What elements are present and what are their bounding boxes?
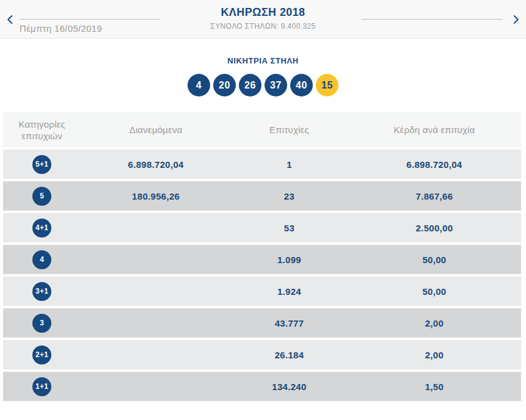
previous-draw-button[interactable] (3, 12, 18, 27)
category-badge: 1+1 (32, 377, 51, 396)
prize-categories-table: Κατηγορίες επιτυχιών Διανεμόμενα Επιτυχί… (3, 112, 521, 401)
category-badge: 4+1 (32, 219, 51, 237)
chevron-left-icon (5, 14, 16, 25)
category-badge: 2+1 (32, 346, 51, 364)
category-badge: 3 (32, 314, 51, 333)
next-draw-button[interactable] (508, 12, 523, 27)
prize-value: 50,00 (348, 255, 521, 265)
winning-column-label: ΝΙΚΗΤΡΙΑ ΣΤΗΛΗ (0, 56, 526, 65)
total-columns-label: ΣΥΝΟΛΟ ΣΤΗΛΩΝ: 9.400.325 (210, 22, 315, 31)
winners-value: 26.184 (231, 350, 348, 360)
winning-number-ball: 40 (290, 74, 313, 96)
left-divider-line (20, 19, 160, 20)
category-cell: 1+1 (3, 377, 81, 396)
lottery-draw-results-page: Πέμπτη 16/05/2019 ΚΛΗΡΩΣΗ 2018 ΣΥΝΟΛΟ ΣΤ… (0, 0, 526, 420)
winning-number-ball: 4 (188, 74, 210, 96)
table-row: 41.09950,00 (3, 245, 521, 274)
category-badge: 5 (32, 187, 51, 206)
category-cell: 4+1 (3, 219, 81, 237)
chevron-right-icon (510, 14, 521, 25)
previous-draw-info: Πέμπτη 16/05/2019 (20, 19, 160, 34)
winners-value: 23 (231, 191, 348, 201)
draw-navigation-bar: Πέμπτη 16/05/2019 ΚΛΗΡΩΣΗ 2018 ΣΥΝΟΛΟ ΣΤ… (0, 0, 526, 38)
table-row: 5+16.898.720,0416.898.720,04 (3, 150, 521, 179)
category-badge: 5+1 (32, 155, 51, 174)
prize-value: 2,00 (348, 350, 521, 360)
category-badge: 4 (32, 250, 51, 269)
column-header-categories: Κατηγορίες επιτυχιών (3, 118, 81, 142)
column-header-winners: Επιτυχίες (231, 124, 348, 136)
winners-value: 134.240 (231, 382, 348, 392)
table-row: 3+11.92450,00 (3, 277, 521, 306)
winning-number-ball: 20 (213, 74, 236, 96)
prize-value: 1,50 (348, 382, 521, 392)
category-cell: 3 (3, 314, 81, 333)
winners-value: 43.777 (231, 318, 348, 328)
next-draw-info (362, 19, 502, 20)
table-row: 2+126.1842,00 (3, 340, 521, 369)
draw-date-label: Πέμπτη 16/05/2019 (20, 23, 160, 34)
category-cell: 5+1 (3, 155, 81, 174)
category-cell: 4 (3, 250, 81, 269)
column-header-distributed: Διανεμόμενα (81, 124, 231, 136)
category-cell: 3+1 (3, 282, 81, 301)
category-badge: 3+1 (32, 282, 51, 301)
right-divider-line (362, 19, 502, 20)
table-row: 1+1134.2401,50 (3, 372, 521, 401)
draw-header: ΚΛΗΡΩΣΗ 2018 ΣΥΝΟΛΟ ΣΤΗΛΩΝ: 9.400.325 (210, 6, 315, 31)
table-row: 5180.956,26237.867,66 (3, 181, 521, 211)
winning-numbers-row: 42026374015 (0, 74, 526, 96)
prize-value: 2.500,00 (348, 223, 521, 233)
winning-number-ball: 26 (239, 74, 261, 96)
prize-value: 2,00 (348, 318, 521, 328)
joker-number-ball: 15 (316, 74, 338, 96)
column-header-prize: Κέρδη ανά επιτυχία (348, 124, 521, 136)
winning-number-ball: 37 (265, 74, 287, 96)
category-cell: 5 (3, 187, 81, 206)
winners-value: 53 (231, 223, 348, 233)
prize-value: 7.867,66 (348, 191, 521, 201)
table-header-row: Κατηγορίες επιτυχιών Διανεμόμενα Επιτυχί… (3, 112, 521, 147)
table-row: 343.7772,00 (3, 308, 521, 338)
distributed-value: 6.898.720,04 (81, 159, 231, 170)
winners-value: 1.099 (231, 255, 348, 265)
prize-value: 50,00 (348, 286, 521, 297)
table-row: 4+1532.500,00 (3, 213, 521, 242)
draw-title: ΚΛΗΡΩΣΗ 2018 (210, 6, 315, 19)
prize-value: 6.898.720,04 (348, 159, 521, 170)
category-cell: 2+1 (3, 346, 81, 364)
distributed-value: 180.956,26 (81, 191, 231, 201)
winning-numbers-section: ΝΙΚΗΤΡΙΑ ΣΤΗΛΗ 42026374015 (0, 56, 526, 96)
table-body: 5+16.898.720,0416.898.720,045180.956,262… (3, 150, 521, 401)
winners-value: 1 (231, 159, 348, 170)
winners-value: 1.924 (231, 286, 348, 297)
